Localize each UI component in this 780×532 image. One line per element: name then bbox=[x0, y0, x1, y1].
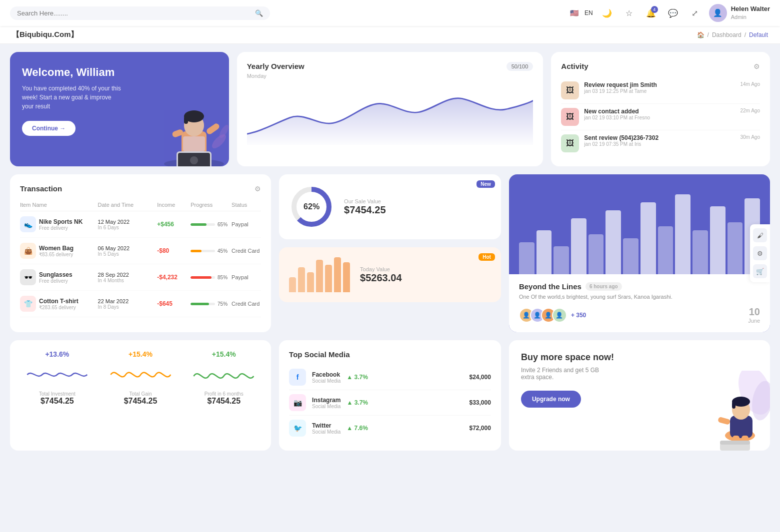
today-title: Today Value bbox=[360, 266, 402, 272]
row-1: Welcome, William You have completed 40% … bbox=[10, 52, 770, 166]
yearly-overview-card: Yearly Overview 50/100 Monday bbox=[237, 52, 544, 166]
side-brush-icon[interactable]: 🖌 bbox=[753, 228, 767, 242]
item-info-1: 👜 Women Bag ₹83.65 delivery bbox=[20, 243, 94, 259]
activity-title: Activity bbox=[561, 62, 588, 70]
activity-list: 🖼 Review request jim Smith jan 03 19 12:… bbox=[561, 77, 760, 156]
mini-label-2: Profit in 6 months bbox=[204, 391, 244, 397]
buy-space-illustration bbox=[700, 371, 770, 451]
today-bar-3 bbox=[316, 260, 323, 292]
date-main-0: 12 May 2022 bbox=[98, 219, 154, 225]
item-name-3: Cotton T-shirt bbox=[39, 298, 78, 305]
sale-value-card: New 62% Our Sale Value $7454.25 bbox=[279, 174, 501, 239]
mini-stats-card: +13.6% Total Investment $7454.25 +15.4% … bbox=[10, 340, 271, 451]
breadcrumb-dashboard[interactable]: Dashboard bbox=[712, 31, 742, 38]
item-status-0: Paypal bbox=[232, 221, 261, 227]
activity-time-info-2: jan 02 19 07:35 PM at Iris bbox=[584, 141, 735, 147]
beyond-bar-8 bbox=[658, 226, 674, 274]
activity-item: 🖼 New contact added jan 02 19 03:10 PM a… bbox=[561, 104, 760, 130]
progress-bar-3 bbox=[190, 303, 215, 305]
yearly-overview-title: Yearly Overview bbox=[247, 62, 304, 70]
item-icon-0: 👟 bbox=[20, 216, 36, 232]
yearly-overview-header: Yearly Overview 50/100 bbox=[247, 62, 534, 71]
progress-bar-2 bbox=[190, 276, 215, 279]
beyond-bar-11 bbox=[710, 206, 726, 274]
item-sub-2: Free delivery bbox=[39, 278, 72, 284]
date-main-3: 22 Mar 2022 bbox=[98, 298, 154, 304]
svg-rect-7 bbox=[206, 122, 220, 135]
date-sub-1: In 5 Days bbox=[98, 251, 154, 257]
date-sub-0: In 6 Days bbox=[98, 225, 154, 230]
breadcrumb: 🏠 / Dashboard / Default bbox=[697, 31, 768, 38]
user-profile[interactable]: 👤 Helen Walter Admin bbox=[709, 4, 770, 22]
item-income-1: -$80 bbox=[157, 247, 186, 254]
progress-fill-0 bbox=[190, 223, 206, 226]
col-status: Status bbox=[232, 202, 261, 208]
fullscreen-icon[interactable]: ⤢ bbox=[687, 5, 703, 21]
progress-bar-0 bbox=[190, 223, 215, 226]
beyond-time-ago: 6 hours ago bbox=[586, 282, 622, 291]
social-sub-2: Social Media bbox=[312, 429, 340, 435]
avatar: 👤 bbox=[709, 4, 727, 22]
item-income-0: +$456 bbox=[157, 221, 186, 228]
item-status-1: Credit Card bbox=[232, 248, 261, 254]
welcome-subtitle: You have completed 40% of your this week… bbox=[22, 84, 122, 111]
item-text-0: Nike Sports NK Free delivery bbox=[39, 218, 82, 231]
transaction-card: Transaction ⚙ Item Name Date and Time In… bbox=[10, 174, 271, 332]
home-icon[interactable]: 🏠 bbox=[697, 31, 704, 38]
item-sub-0: Free delivery bbox=[39, 225, 82, 231]
today-bar-0 bbox=[289, 277, 296, 292]
search-box[interactable]: 🔍 bbox=[10, 6, 270, 20]
brand-name: 【Biqubiqu.Com】 bbox=[12, 30, 78, 39]
mini-value-2: $7454.25 bbox=[207, 397, 240, 406]
transaction-settings-icon[interactable]: ⚙ bbox=[254, 185, 261, 193]
mini-stat-0: +13.6% Total Investment $7454.25 bbox=[18, 350, 96, 441]
notification-icon[interactable]: 🔔 4 bbox=[643, 5, 659, 21]
transaction-title: Transaction bbox=[20, 184, 62, 193]
item-date-2: 28 Sep 2022 In 4 Months bbox=[98, 272, 154, 283]
continue-button[interactable]: Continue → bbox=[22, 121, 76, 136]
item-name-0: Nike Sports NK bbox=[39, 218, 82, 225]
user-role: Admin bbox=[731, 13, 770, 20]
buy-space-card: Buy more space now! Invite 2 Friends and… bbox=[509, 340, 770, 451]
side-cart-icon[interactable]: 🛒 bbox=[753, 264, 767, 278]
welcome-title: Welcome, William bbox=[22, 66, 217, 79]
item-status-3: Credit Card bbox=[232, 301, 261, 307]
yearly-overview-subtitle: Monday bbox=[247, 73, 534, 79]
search-input[interactable] bbox=[17, 9, 251, 17]
activity-settings-icon[interactable]: ⚙ bbox=[754, 62, 760, 70]
breadcrumb-sep2: / bbox=[744, 31, 746, 38]
mini-label-1: Total Gain bbox=[130, 391, 152, 397]
date-sub-3: In 8 Days bbox=[98, 304, 154, 310]
chat-icon[interactable]: 💬 bbox=[665, 5, 681, 21]
language-selector[interactable]: EN bbox=[584, 9, 593, 16]
mini-value-0: $7454.25 bbox=[40, 397, 74, 406]
activity-card: Activity ⚙ 🖼 Review request jim Smith ja… bbox=[551, 52, 770, 166]
beyond-footer: 👤 👤 👤 👤 + 350 10 June bbox=[519, 306, 760, 324]
today-bar-4 bbox=[325, 265, 332, 292]
beyond-bar-chart bbox=[509, 174, 770, 274]
date-sub-2: In 4 Months bbox=[98, 278, 154, 283]
table-row: 👕 Cotton T-shirt ₹283.65 delivery 22 Mar… bbox=[20, 291, 261, 317]
item-icon-1: 👜 bbox=[20, 243, 36, 259]
side-gear-icon[interactable]: ⚙ bbox=[753, 246, 767, 260]
col-item-name: Item Name bbox=[20, 202, 94, 208]
favorite-icon[interactable]: ☆ bbox=[621, 5, 637, 21]
social-sub-1: Social Media bbox=[312, 404, 340, 409]
progress-fill-3 bbox=[190, 303, 209, 305]
activity-time-1: 22m Ago bbox=[740, 108, 760, 113]
dark-mode-toggle[interactable]: 🌙 bbox=[599, 5, 615, 21]
search-icon: 🔍 bbox=[255, 9, 263, 17]
item-date-3: 22 Mar 2022 In 8 Days bbox=[98, 298, 154, 310]
social-media-header: Top Social Media bbox=[289, 350, 491, 359]
topnav: 🔍 🇺🇸 EN 🌙 ☆ 🔔 4 💬 ⤢ 👤 Helen Walter Admin bbox=[0, 0, 780, 26]
upgrade-button[interactable]: Upgrade now bbox=[521, 391, 581, 408]
today-value-card: Hot Today Value $5263.04 bbox=[279, 247, 501, 302]
donut-label: 62% bbox=[304, 202, 320, 211]
activity-item-title-0: Review request jim Smith bbox=[584, 81, 735, 88]
activity-item: 🖼 Review request jim Smith jan 03 19 12:… bbox=[561, 77, 760, 104]
progress-pct-0: 65% bbox=[218, 222, 228, 227]
user-text: Helen Walter Admin bbox=[731, 5, 770, 20]
welcome-card: Welcome, William You have completed 40% … bbox=[10, 52, 229, 166]
breadcrumb-bar: 【Biqubiqu.Com】 🏠 / Dashboard / Default bbox=[0, 26, 780, 44]
social-icon-2: 🐦 bbox=[289, 420, 306, 437]
